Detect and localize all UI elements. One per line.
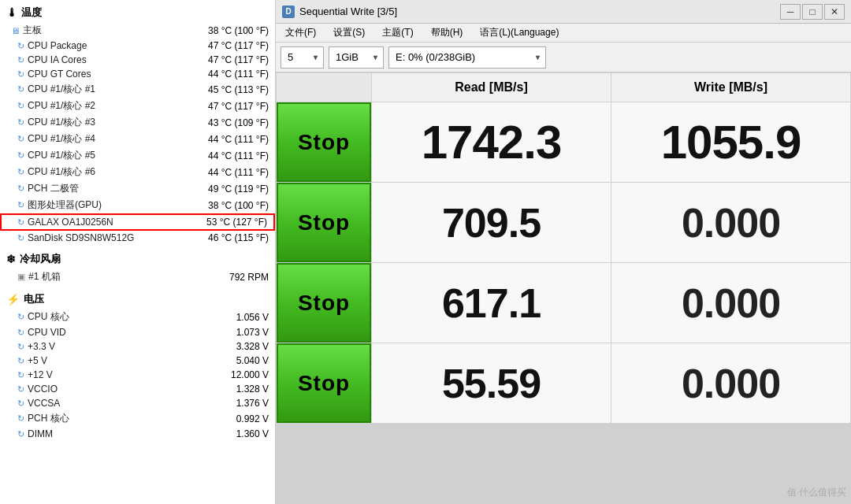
core6-value: 44 °C (111 °F) [174, 167, 269, 178]
core2-value: 47 °C (117 °F) [174, 101, 269, 112]
gpu-icon: ↻ [17, 200, 24, 210]
motherboard-label: 主板 [23, 24, 168, 37]
12v-value: 12.000 V [174, 369, 269, 380]
sensor-cpu-core6: ↻ CPU #1/核心 #6 44 °C (111 °F) [0, 164, 275, 180]
toolbar: 5 ▼ 1GiB ▼ E: 0% (0/238GiB) ▼ [276, 43, 851, 72]
window-titlebar: D Sequential Write [3/5] ─ □ ✕ [276, 0, 851, 24]
cpu-package-name: CPU Package [28, 40, 168, 51]
dimm-name: DIMM [28, 428, 168, 439]
core5-name: CPU #1/核心 #5 [28, 149, 168, 162]
12v-icon: ↻ [17, 370, 24, 380]
cpu-gt-value: 44 °C (111 °F) [174, 69, 269, 80]
voltage-icon: ⚡ [6, 293, 20, 306]
pch-core-name: PCH 核心 [28, 412, 168, 425]
cpu-ia-value: 47 °C (117 °F) [174, 54, 269, 65]
menu-language[interactable]: 语言(L)(Language) [475, 24, 563, 41]
galax-name: GALAX OA1J0256N [28, 217, 166, 228]
vid-value: 1.073 V [174, 327, 269, 338]
galax-icon: ↻ [17, 217, 24, 228]
sensor-fan1: ▣ #1 机箱 792 RPM [0, 269, 275, 285]
window-controls: ─ □ ✕ [780, 4, 845, 20]
header-read: Read [MB/s] [372, 73, 611, 102]
sensor-dimm: ↻ DIMM 1.360 V [0, 427, 275, 441]
core5-icon: ↻ [17, 150, 24, 161]
galax-value: 53 °C (127 °F) [173, 217, 267, 228]
sensor-gpu: ↻ 图形处理器(GPU) 38 °C (100 °F) [0, 197, 275, 213]
maximize-button[interactable]: □ [802, 4, 823, 20]
vccio-name: VCCIO [28, 384, 168, 395]
core2-icon: ↻ [17, 101, 24, 111]
sensor-cpu-package: ↻ CPU Package 47 °C (117 °F) [0, 39, 275, 53]
pch-name: PCH 二极管 [28, 182, 168, 195]
size-dropdown[interactable]: 1GiB ▼ [329, 46, 384, 69]
menu-theme[interactable]: 主题(T) [377, 24, 418, 41]
write-result-1: 1055.9 [611, 102, 850, 182]
stop-button-3[interactable]: Stop [277, 263, 371, 343]
core1-icon: ↻ [17, 84, 24, 94]
vccsa-value: 1.376 V [174, 398, 269, 409]
dimm-value: 1.360 V [174, 428, 269, 439]
sensor-12v: ↻ +12 V 12.000 V [0, 368, 275, 382]
sandisk-name: SanDisk SD9SN8W512G [28, 232, 168, 243]
disk-chevron: ▼ [534, 54, 541, 61]
motherboard-value: 38 °C (100 °F) [174, 25, 269, 36]
window-title-area: D Sequential Write [3/5] [282, 6, 397, 18]
vccio-value: 1.328 V [174, 384, 269, 395]
disk-dropdown[interactable]: E: 0% (0/238GiB) ▼ [388, 46, 546, 69]
core1-value: 45 °C (113 °F) [174, 84, 269, 95]
minimize-button[interactable]: ─ [780, 4, 801, 20]
header-empty [277, 73, 371, 102]
motherboard-icon: 🖥 [11, 26, 20, 35]
stop-button-1[interactable]: Stop [277, 102, 371, 182]
disk-value: E: 0% (0/238GiB) [396, 51, 475, 63]
fan1-value: 792 RPM [174, 272, 269, 283]
count-chevron: ▼ [312, 54, 319, 61]
core5-value: 44 °C (111 °F) [174, 150, 269, 161]
cpu-ia-name: CPU IA Cores [28, 54, 168, 65]
motherboard-row: 🖥 主板 38 °C (100 °F) [0, 22, 275, 39]
sensor-cpu-core2: ↻ CPU #1/核心 #2 47 °C (117 °F) [0, 98, 275, 114]
temperature-icon: 🌡 [6, 6, 17, 19]
menu-file[interactable]: 文件(F) [281, 24, 321, 41]
count-dropdown[interactable]: 5 ▼ [281, 46, 324, 69]
menu-help[interactable]: 帮助(H) [426, 24, 468, 41]
read-result-4: 55.59 [372, 343, 611, 423]
pch-icon: ↻ [17, 183, 24, 194]
pch-value: 49 °C (119 °F) [174, 183, 269, 195]
write-result-3: 0.000 [611, 263, 850, 343]
5v-name: +5 V [28, 355, 168, 366]
window-title-text: Sequential Write [3/5] [299, 6, 397, 17]
pch-core-value: 0.992 V [174, 413, 269, 424]
section-voltage-label: 电压 [24, 292, 44, 306]
sandisk-icon: ↻ [17, 233, 24, 243]
cpu-package-value: 47 °C (117 °F) [174, 40, 269, 51]
fan-icon: ▣ [17, 272, 25, 282]
sensor-3v3: ↻ +3.3 V 3.328 V [0, 339, 275, 354]
core3-value: 43 °C (109 °F) [174, 117, 269, 128]
cooling-icon: ❄ [6, 253, 16, 265]
section-temperature-label: 温度 [21, 6, 42, 20]
cpu-gt-icon: ↻ [17, 69, 24, 80]
dimm-icon: ↻ [17, 429, 24, 439]
vccsa-name: VCCSA [28, 398, 168, 409]
sensor-vccsa: ↻ VCCSA 1.376 V [0, 396, 275, 410]
app-icon: D [282, 6, 295, 18]
close-button[interactable]: ✕ [824, 4, 845, 20]
cpu-gt-name: CPU GT Cores [28, 69, 168, 80]
section-cooling-label: 冷却风扇 [20, 252, 61, 266]
section-cooling[interactable]: ❄ 冷却风扇 [0, 250, 275, 269]
5v-icon: ↻ [17, 356, 24, 366]
gpu-name: 图形处理器(GPU) [28, 198, 168, 212]
stop-button-4[interactable]: Stop [277, 343, 371, 423]
v-core-name: CPU 核心 [28, 310, 168, 324]
vid-name: CPU VID [28, 327, 168, 338]
stop-button-2[interactable]: Stop [277, 183, 371, 262]
sensor-cpu-core4: ↻ CPU #1/核心 #4 44 °C (111 °F) [0, 131, 275, 147]
menu-settings[interactable]: 设置(S) [329, 24, 370, 41]
section-temperature[interactable]: 🌡 温度 [0, 3, 275, 22]
core6-name: CPU #1/核心 #6 [28, 165, 168, 179]
cpu-ia-icon: ↻ [17, 55, 24, 65]
read-result-2: 709.5 [372, 183, 611, 262]
section-voltage[interactable]: ⚡ 电压 [0, 290, 275, 309]
5v-value: 5.040 V [174, 355, 269, 366]
